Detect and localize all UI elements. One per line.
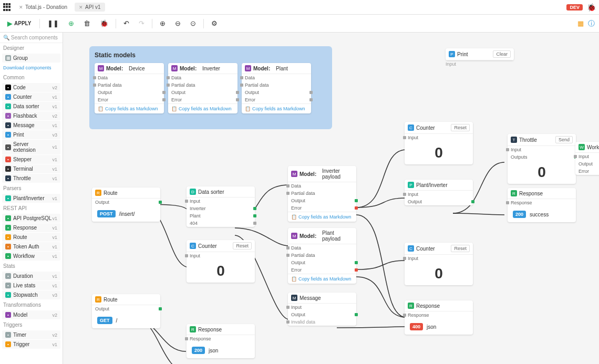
sidebar-item[interactable]: •Codev2 — [2, 83, 60, 92]
sidebar-item[interactable]: •Durationv1 — [2, 272, 60, 280]
sidebar-item[interactable]: •Workflowv1 — [2, 252, 60, 261]
sidebar-item[interactable]: •Stopwatchv3 — [2, 290, 60, 299]
sidebar-item[interactable]: •Routev1 — [2, 233, 60, 242]
sidebar-item[interactable]: •Flashbackv2 — [2, 111, 60, 120]
apps-icon[interactable] — [3, 3, 12, 12]
sidebar-item[interactable]: •Responsev1 — [2, 223, 60, 232]
section-trans: Transformations — [0, 300, 63, 310]
bug-icon[interactable]: 🐞 — [587, 3, 596, 12]
bug-icon[interactable]: 🐞 — [98, 18, 110, 28]
trash-icon[interactable]: 🗑 — [81, 18, 92, 28]
node-counter-1[interactable]: CCounterReset Input 0 — [405, 122, 473, 164]
port-error: Error — [95, 96, 164, 103]
section-designer: Designer — [0, 43, 63, 53]
section-common: Common — [0, 72, 63, 82]
port-output: Output — [95, 89, 164, 96]
tabs: ✕Total.js - Donation ✕API v1 — [3, 3, 105, 12]
toolbar: ▶APPLY ❚❚ ⊕ 🗑 🐞 ↶ ↷ ⊕ ⊖ ⊙ ⚙ ▦ ⓘ — [0, 15, 599, 33]
play-icon: ▶ — [7, 20, 12, 27]
info-icon[interactable]: ⓘ — [588, 19, 595, 28]
sidebar-item[interactable]: •Printv3 — [2, 130, 60, 139]
sidebar-item[interactable]: •Triggerv1 — [2, 340, 60, 349]
redo-icon[interactable]: ↷ — [137, 18, 147, 28]
sidebar-item[interactable]: •API PostgreSQLv1 — [2, 214, 60, 223]
clear-button[interactable]: Clear — [493, 50, 511, 58]
download-link[interactable]: Download components — [0, 63, 63, 72]
section-stats: Stats — [0, 261, 63, 271]
tab-2[interactable]: ✕API v1 — [75, 3, 105, 12]
sidebar-item[interactable]: •Plant/Inverterv1 — [2, 194, 60, 203]
sidebar-item[interactable]: •Data sorterv1 — [2, 102, 60, 111]
topbar: ✕Total.js - Donation ✕API v1 DEV 🐞 — [0, 0, 599, 15]
node-route-get[interactable]: RRoute Output GET/ — [92, 294, 160, 328]
node-workflow[interactable]: WWorkfl Input Output Error — [575, 142, 599, 175]
copy-markdown[interactable]: Copy fields as Markdown — [288, 212, 356, 222]
sidebar: 🔍 Search components Designer ▦Group Down… — [0, 33, 63, 364]
sidebar-item-group[interactable]: ▦Group — [2, 54, 60, 63]
node-inverter-payload[interactable]: MModel: Inverter payload Data Partial da… — [288, 166, 356, 222]
sidebar-item[interactable]: •Counterv1 — [2, 92, 60, 101]
node-message[interactable]: MMessage Input Output Invalid data — [288, 293, 356, 326]
send-button[interactable]: Send — [555, 136, 573, 143]
node-response-success[interactable]: RResponse Response 200success — [508, 188, 576, 222]
section-parsers: Parsers — [0, 183, 63, 193]
sidebar-item[interactable]: •Terminalv1 — [2, 164, 60, 173]
port-input: Input — [446, 61, 456, 67]
sidebar-item[interactable]: •Stepperv1 — [2, 155, 60, 164]
sidebar-item[interactable]: •Live statsv1 — [2, 281, 60, 290]
node-model-inverter[interactable]: MModel: Inverter Data Partial data Outpu… — [168, 63, 237, 113]
close-icon[interactable]: ✕ — [79, 5, 83, 10]
tab-1[interactable]: ✕Total.js - Donation — [15, 3, 71, 12]
zoom-in-icon[interactable]: ⊕ — [158, 18, 168, 28]
node-data-sorter[interactable]: DData sorter Input Inverter Plant 404 — [187, 186, 255, 227]
node-route-post[interactable]: RRoute Output POST/insert/ — [92, 188, 160, 222]
reset-button[interactable]: Reset — [233, 242, 252, 249]
apply-button[interactable]: ▶APPLY — [4, 18, 34, 29]
node-print[interactable]: PPrintClear — [446, 48, 514, 60]
node-response-json[interactable]: RResponse Response 200json — [187, 324, 255, 358]
copy-markdown[interactable]: Copy fields as Markdown — [95, 103, 164, 113]
section-triggers: Triggers — [0, 320, 63, 330]
copy-markdown[interactable]: Copy fields as Markdown — [288, 274, 356, 284]
section-rest: REST API — [0, 203, 63, 213]
zoom-out-icon[interactable]: ⊖ — [173, 18, 183, 28]
close-icon[interactable]: ✕ — [19, 5, 23, 10]
sidebar-item[interactable]: •Messagev1 — [2, 121, 60, 130]
node-plant-inverter[interactable]: PPlant/Inverter Input Output — [405, 180, 473, 205]
port-partial: Partial data — [95, 81, 164, 89]
node-plant-payload[interactable]: MModel: Plant payload Data Partial data … — [288, 228, 356, 284]
settings-icon[interactable]: ⚙ — [209, 18, 220, 28]
add-icon[interactable]: ⊕ — [66, 18, 76, 28]
port-data: Data — [95, 74, 164, 81]
undo-icon[interactable]: ↶ — [121, 18, 131, 28]
canvas[interactable]: Static models MModel: Device Data Partia… — [63, 33, 599, 364]
node-response-error[interactable]: RResponse Response 400json — [405, 300, 473, 335]
zoom-fit-icon[interactable]: ⊙ — [188, 18, 198, 28]
group-static-models[interactable]: Static models MModel: Device Data Partia… — [89, 46, 332, 129]
group-title: Static models — [95, 51, 327, 59]
node-model-device[interactable]: MModel: Device Data Partial data Output … — [95, 63, 164, 113]
copy-markdown[interactable]: Copy fields as Markdown — [168, 103, 237, 113]
node-throttle[interactable]: TThrottleSend Input Outputs 0 — [508, 134, 576, 184]
node-model-plant[interactable]: MModel: Plant Data Partial data Output E… — [242, 63, 311, 113]
node-counter-2[interactable]: CCounterReset Input 0 — [187, 240, 255, 283]
sidebar-item[interactable]: •Modelv2 — [2, 310, 60, 319]
note-icon[interactable]: ▦ — [577, 19, 584, 27]
sidebar-item[interactable]: •Timerv2 — [2, 330, 60, 339]
sidebar-item[interactable]: •Throttlev1 — [2, 174, 60, 183]
copy-markdown[interactable]: Copy fields as Markdown — [242, 103, 311, 113]
search-input[interactable]: 🔍 Search components — [0, 33, 63, 43]
pause-icon[interactable]: ❚❚ — [45, 18, 61, 28]
dev-badge: DEV — [566, 4, 583, 11]
reset-button[interactable]: Reset — [451, 124, 470, 131]
sidebar-item[interactable]: •Token Authv1 — [2, 242, 60, 251]
reset-button[interactable]: Reset — [451, 245, 470, 252]
sidebar-item[interactable]: •Server extensionv1 — [2, 140, 60, 154]
node-counter-3[interactable]: CCounterReset Input 0 — [405, 243, 473, 285]
